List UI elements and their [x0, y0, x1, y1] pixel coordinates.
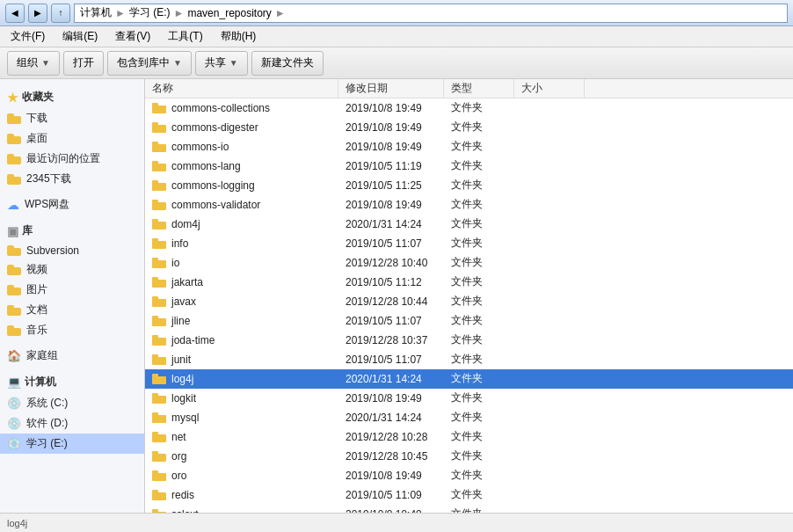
up-button[interactable]: ↑ — [51, 4, 70, 23]
folder-icon — [152, 161, 166, 171]
address-part-1: 计算机 — [80, 5, 112, 20]
table-row[interactable]: mysql2020/1/31 14:24文件夹 — [145, 408, 793, 427]
back-button[interactable]: ◀ — [5, 4, 25, 23]
forward-button[interactable]: ▶ — [28, 4, 47, 23]
svg-rect-20 — [152, 299, 166, 307]
table-row[interactable]: commons-logging2019/10/5 11:25文件夹 — [145, 176, 793, 195]
table-row[interactable]: info2019/10/5 11:07文件夹 — [145, 234, 793, 253]
svg-rect-19 — [152, 277, 158, 281]
svg-rect-0 — [152, 106, 166, 113]
svg-rect-15 — [152, 238, 158, 242]
svg-rect-1 — [152, 103, 158, 106]
table-row[interactable]: redis2019/10/5 11:09文件夹 — [145, 485, 793, 505]
folder-icon — [152, 335, 166, 346]
menu-bar: 文件(F) 编辑(E) 查看(V) 工具(T) 帮助(H) — [0, 26, 793, 47]
table-row[interactable]: javax2019/12/28 10:44文件夹 — [145, 292, 793, 311]
svg-rect-40 — [152, 492, 166, 500]
folder-icon — [152, 509, 166, 514]
table-row[interactable]: dom4j2020/1/31 14:24文件夹 — [145, 215, 793, 234]
sidebar-item-music[interactable]: 音乐 — [0, 320, 144, 340]
svg-rect-38 — [152, 473, 166, 481]
sidebar-item-pictures[interactable]: 图片 — [0, 280, 144, 300]
folder-icon — [152, 238, 166, 249]
sidebar-item-e-drive[interactable]: 💿 学习 (E:) — [0, 434, 144, 454]
table-row[interactable]: commons-collections2019/10/8 19:49文件夹 — [145, 98, 793, 118]
status-text: log4j — [7, 518, 27, 528]
svg-rect-26 — [152, 357, 166, 365]
menu-file[interactable]: 文件(F) — [5, 27, 50, 46]
column-header-type[interactable]: 类型 — [444, 79, 514, 98]
address-part-2: 学习 (E:) — [129, 5, 171, 20]
column-header-size[interactable]: 大小 — [514, 79, 585, 98]
table-row[interactable]: joda-time2019/12/28 10:37文件夹 — [145, 331, 793, 350]
main-area: ★ 收藏夹 下载 桌面 最近访问的位置 2345下载 ☁ — [0, 79, 793, 513]
organize-button[interactable]: 组织 ▼ — [7, 51, 60, 76]
table-row[interactable]: commons-validator2019/10/8 19:49文件夹 — [145, 195, 793, 215]
sidebar-item-video[interactable]: 视频 — [0, 259, 144, 280]
title-bar: ◀ ▶ ↑ 计算机 ► 学习 (E:) ► maven_repository ► — [0, 0, 793, 26]
sidebar-item-2345download[interactable]: 2345下载 — [0, 169, 144, 189]
address-bar[interactable]: 计算机 ► 学习 (E:) ► maven_repository ► — [74, 4, 788, 23]
table-row[interactable]: log4j2020/1/31 14:24文件夹 — [145, 369, 793, 389]
svg-rect-24 — [152, 338, 166, 346]
svg-rect-34 — [152, 434, 166, 442]
table-row[interactable]: commons-io2019/10/8 19:49文件夹 — [145, 137, 793, 157]
svg-rect-27 — [152, 354, 158, 358]
table-row[interactable]: org2019/12/28 10:45文件夹 — [145, 447, 793, 466]
sidebar-item-d-drive[interactable]: 💿 软件 (D:) — [0, 413, 144, 434]
column-header-name[interactable]: 名称 — [145, 79, 338, 98]
sidebar-item-wps[interactable]: ☁ WPS网盘 — [0, 194, 144, 215]
toolbar: 组织 ▼ 打开 包含到库中 ▼ 共享 ▼ 新建文件夹 — [0, 47, 793, 79]
sidebar-item-desktop[interactable]: 桌面 — [0, 128, 144, 149]
include-library-button[interactable]: 包含到库中 ▼ — [107, 51, 192, 76]
menu-tools[interactable]: 工具(T) — [163, 27, 207, 46]
folder-icon — [7, 285, 21, 295]
table-row[interactable]: oro2019/10/8 19:49文件夹 — [145, 466, 793, 485]
folder-icon — [152, 277, 166, 288]
folder-icon — [152, 470, 166, 481]
table-row[interactable]: junit2019/10/5 11:07文件夹 — [145, 350, 793, 369]
svg-rect-18 — [152, 280, 166, 288]
folder-icon — [7, 305, 21, 316]
menu-help[interactable]: 帮助(H) — [215, 27, 262, 46]
table-row[interactable]: jline2019/10/5 11:07文件夹 — [145, 311, 793, 331]
sidebar-item-documents[interactable]: 文档 — [0, 300, 144, 320]
sidebar-item-download[interactable]: 下载 — [0, 108, 144, 128]
folder-icon — [152, 180, 166, 191]
table-row[interactable]: jakarta2019/10/5 11:12文件夹 — [145, 273, 793, 292]
folder-icon — [152, 432, 166, 442]
table-row[interactable]: commons-lang2019/10/5 11:19文件夹 — [145, 157, 793, 176]
svg-rect-17 — [152, 258, 158, 261]
folder-icon — [152, 142, 166, 152]
svg-rect-29 — [152, 374, 158, 377]
menu-edit[interactable]: 编辑(E) — [57, 27, 103, 46]
sidebar-library-header: ▣ 库 — [0, 220, 144, 242]
table-row[interactable]: sslext2019/10/8 19:49文件夹 — [145, 505, 793, 513]
open-button[interactable]: 打开 — [63, 51, 104, 76]
svg-rect-6 — [152, 164, 166, 171]
share-button[interactable]: 共享 ▼ — [195, 51, 248, 76]
svg-rect-35 — [152, 432, 158, 435]
sidebar-item-subversion[interactable]: Subversion — [0, 242, 144, 259]
address-part-3: maven_repository — [187, 7, 271, 19]
menu-view[interactable]: 查看(V) — [110, 27, 156, 46]
sidebar-item-homegroup[interactable]: 🏠 家庭组 — [0, 346, 144, 366]
cloud-icon: ☁ — [7, 198, 19, 212]
svg-rect-10 — [152, 202, 166, 210]
sidebar-item-c-drive[interactable]: 💿 系统 (C:) — [0, 393, 144, 413]
new-folder-button[interactable]: 新建文件夹 — [251, 51, 324, 76]
table-row[interactable]: io2019/12/28 10:40文件夹 — [145, 253, 793, 273]
sidebar-item-recent[interactable]: 最近访问的位置 — [0, 149, 144, 169]
sidebar-library-section: ▣ 库 Subversion 视频 图片 文档 音乐 — [0, 220, 144, 340]
sidebar-wps-section: ☁ WPS网盘 — [0, 194, 144, 215]
sidebar-favorites-header: ★ 收藏夹 — [0, 86, 144, 108]
table-row[interactable]: net2019/12/28 10:28文件夹 — [145, 427, 793, 447]
folder-icon — [7, 154, 21, 164]
svg-rect-14 — [152, 241, 166, 249]
drive-icon: 💿 — [7, 417, 21, 430]
table-row[interactable]: commons-digester2019/10/8 19:49文件夹 — [145, 118, 793, 137]
folder-icon — [7, 325, 21, 336]
table-row[interactable]: logkit2019/10/8 19:49文件夹 — [145, 389, 793, 408]
column-header-date[interactable]: 修改日期 — [338, 79, 444, 98]
folder-icon — [7, 174, 21, 185]
